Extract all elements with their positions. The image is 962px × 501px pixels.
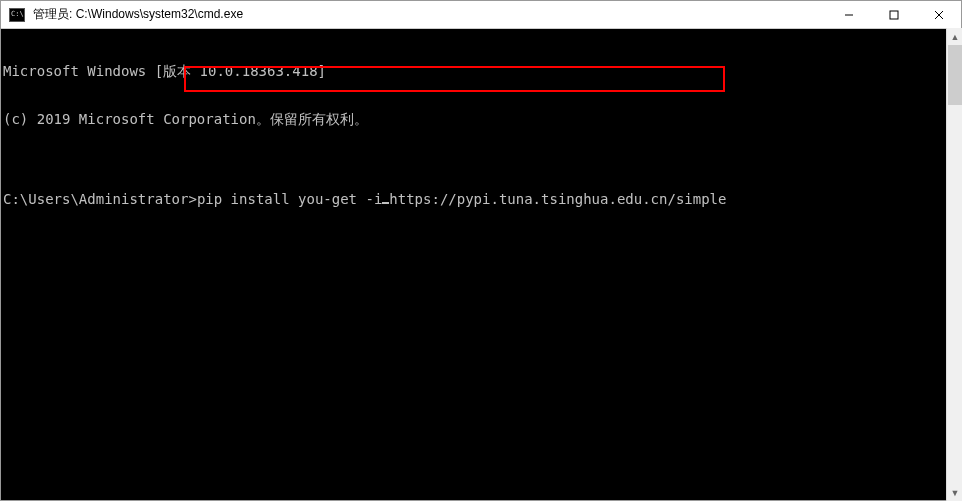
terminal-line: Microsoft Windows [版本 10.0.18363.418] (3, 63, 959, 79)
close-button[interactable] (916, 1, 961, 28)
command-text: https://pypi.tuna.tsinghua.edu.cn/simple (389, 191, 726, 207)
text-cursor (382, 202, 389, 204)
scroll-thumb[interactable] (948, 45, 962, 105)
prompt-text: C:\Users\Administrator> (3, 191, 197, 207)
window-controls (826, 1, 961, 28)
minimize-button[interactable] (826, 1, 871, 28)
svg-rect-1 (890, 11, 898, 19)
terminal-prompt-line: C:\Users\Administrator>pip install you-g… (3, 191, 959, 207)
maximize-button[interactable] (871, 1, 916, 28)
terminal-line: (c) 2019 Microsoft Corporation。保留所有权利。 (3, 111, 959, 127)
terminal-area[interactable]: Microsoft Windows [版本 10.0.18363.418] (c… (1, 29, 961, 500)
scroll-down-arrow-icon[interactable]: ▼ (947, 484, 962, 501)
scroll-up-arrow-icon[interactable]: ▲ (947, 28, 962, 45)
window-title: 管理员: C:\Windows\system32\cmd.exe (33, 6, 826, 23)
vertical-scrollbar[interactable]: ▲ ▼ (946, 28, 962, 501)
command-text: pip install you-get -i (197, 191, 382, 207)
cmd-icon (7, 5, 27, 25)
titlebar[interactable]: 管理员: C:\Windows\system32\cmd.exe (1, 1, 961, 29)
cmd-window: 管理员: C:\Windows\system32\cmd.exe Microso… (0, 0, 962, 501)
